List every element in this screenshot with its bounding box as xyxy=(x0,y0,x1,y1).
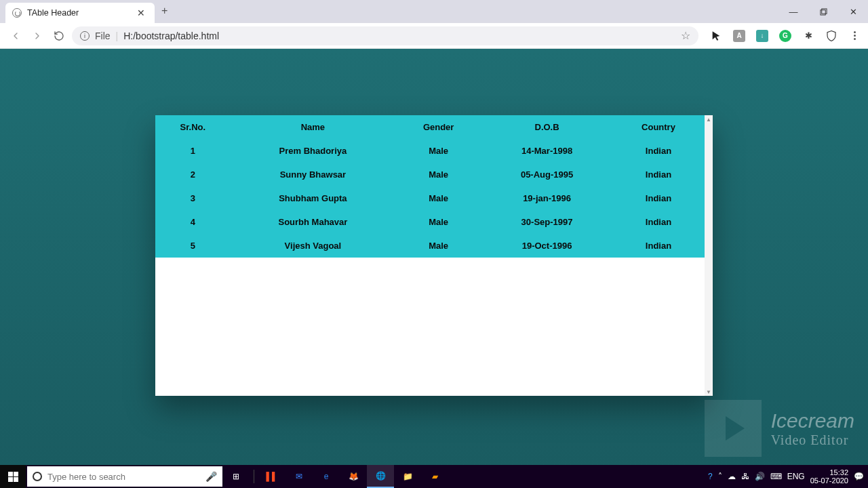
table-cell: Male xyxy=(395,139,481,163)
new-tab-button[interactable]: + xyxy=(161,5,167,18)
table-cell: 05-Aug-1995 xyxy=(481,163,612,186)
table-header: Sr.No. xyxy=(155,115,231,139)
table-cell: Prem Bhadoriya xyxy=(231,139,395,163)
table-header: D.O.B xyxy=(481,115,612,139)
info-icon: i xyxy=(80,31,90,41)
office-icon[interactable]: ▌▌ xyxy=(258,465,285,488)
table-header: Country xyxy=(612,115,705,139)
table-cell: Male xyxy=(395,163,481,186)
table-cell: Male xyxy=(395,234,481,258)
bookmark-star-icon[interactable]: ☆ xyxy=(681,29,690,42)
edge-icon[interactable]: e xyxy=(313,465,340,488)
table-cell: 1 xyxy=(155,139,231,163)
table-row: 3Shubham GuptaMale19-jan-1996Indian xyxy=(155,186,705,210)
table-cell: Indian xyxy=(612,210,705,234)
firefox-icon[interactable]: 🦊 xyxy=(340,465,367,488)
network-icon[interactable]: 🖧 xyxy=(741,472,749,481)
table-cell: Male xyxy=(395,186,481,210)
table-row: 1Prem BhadoriyaMale14-Mar-1998Indian xyxy=(155,139,705,163)
table-header: Name xyxy=(231,115,395,139)
reload-button[interactable] xyxy=(50,27,68,45)
table-cell: 30-Sep-1997 xyxy=(481,210,612,234)
table-cell: Male xyxy=(395,210,481,234)
kebab-menu-icon[interactable] xyxy=(848,29,861,43)
grammarly-ext-icon[interactable]: G xyxy=(778,29,792,43)
window-maximize-button[interactable] xyxy=(808,0,838,23)
onedrive-icon[interactable]: ☁ xyxy=(728,472,736,481)
globe-icon xyxy=(12,8,22,18)
cursor-ext-icon[interactable] xyxy=(709,29,723,43)
watermark-line2: Video Editor xyxy=(771,432,854,448)
tab-title: TAble Header xyxy=(27,8,130,18)
start-button[interactable] xyxy=(0,465,26,488)
table-cell: Indian xyxy=(612,234,705,258)
close-tab-button[interactable]: ✕ xyxy=(136,7,146,18)
adobe-ext-icon[interactable]: A xyxy=(732,29,746,43)
play-icon xyxy=(705,400,762,457)
shield-ext-icon[interactable] xyxy=(825,29,838,43)
window-minimize-button[interactable]: — xyxy=(778,0,808,23)
volume-icon[interactable]: 🔊 xyxy=(755,472,765,481)
table-cell: 19-Oct-1996 xyxy=(481,234,612,258)
chrome-icon[interactable]: 🌐 xyxy=(367,465,394,488)
scroll-down-icon[interactable]: ▼ xyxy=(705,388,713,396)
table-cell: 14-Mar-1998 xyxy=(481,139,612,163)
mail-icon[interactable]: ✉ xyxy=(285,465,313,488)
table-cell: Sourbh Mahavar xyxy=(231,210,395,234)
svg-rect-1 xyxy=(821,8,826,13)
notifications-icon[interactable]: 💬 xyxy=(854,472,864,481)
back-button[interactable] xyxy=(7,27,24,45)
table-cell: 2 xyxy=(155,163,231,186)
extensions-puzzle-icon[interactable]: ✱ xyxy=(802,29,815,43)
explorer-icon[interactable]: 📁 xyxy=(394,465,421,488)
table-cell: 4 xyxy=(155,210,231,234)
browser-tab[interactable]: TAble Header ✕ xyxy=(5,3,155,23)
sublime-icon[interactable]: ▰ xyxy=(421,465,448,488)
idm-ext-icon[interactable]: ↓ xyxy=(755,29,769,43)
mic-icon[interactable]: 🎤 xyxy=(205,471,217,482)
table-cell: Indian xyxy=(612,139,705,163)
scroll-up-icon[interactable]: ▲ xyxy=(705,115,713,123)
keyboard-icon[interactable]: ⌨ xyxy=(770,472,782,481)
address-bar[interactable]: i File | H:/bootstrap/table.html ☆ xyxy=(72,26,698,45)
table-row: 5Vijesh VagoalMale19-Oct-1996Indian xyxy=(155,234,705,258)
watermark-line1: Icecream xyxy=(771,409,854,432)
file-scheme-label: File xyxy=(95,30,111,41)
forward-button[interactable] xyxy=(28,27,46,45)
help-icon[interactable]: ? xyxy=(708,472,713,481)
svg-rect-0 xyxy=(820,9,825,14)
table-cell: Indian xyxy=(612,163,705,186)
clock[interactable]: 15:32 05-07-2020 xyxy=(810,468,848,485)
table-cell: 5 xyxy=(155,234,231,258)
window-close-button[interactable]: ✕ xyxy=(838,0,868,23)
data-table: Sr.No.NameGenderD.O.BCountry 1Prem Bhado… xyxy=(155,115,705,258)
url-text: H:/bootstrap/table.html xyxy=(123,30,219,41)
watermark: Icecream Video Editor xyxy=(705,400,854,457)
content-panel: Sr.No.NameGenderD.O.BCountry 1Prem Bhado… xyxy=(155,115,713,396)
table-cell: Shubham Gupta xyxy=(231,186,395,210)
taskbar-search[interactable]: 🎤 xyxy=(27,466,222,487)
table-cell: Indian xyxy=(612,186,705,210)
table-cell: 3 xyxy=(155,186,231,210)
table-row: 4Sourbh MahavarMale30-Sep-1997Indian xyxy=(155,210,705,234)
table-row: 2Sunny BhawsarMale05-Aug-1995Indian xyxy=(155,163,705,186)
table-header: Gender xyxy=(395,115,481,139)
task-view-icon[interactable]: ⊞ xyxy=(222,465,250,488)
table-cell: 19-jan-1996 xyxy=(481,186,612,210)
scrollbar[interactable]: ▲ ▼ xyxy=(705,115,713,396)
chevron-up-icon[interactable]: ˄ xyxy=(718,472,722,481)
search-input[interactable] xyxy=(47,472,200,482)
table-cell: Vijesh Vagoal xyxy=(231,234,395,258)
table-cell: Sunny Bhawsar xyxy=(231,163,395,186)
search-icon xyxy=(33,472,42,481)
language-indicator[interactable]: ENG xyxy=(787,472,805,481)
